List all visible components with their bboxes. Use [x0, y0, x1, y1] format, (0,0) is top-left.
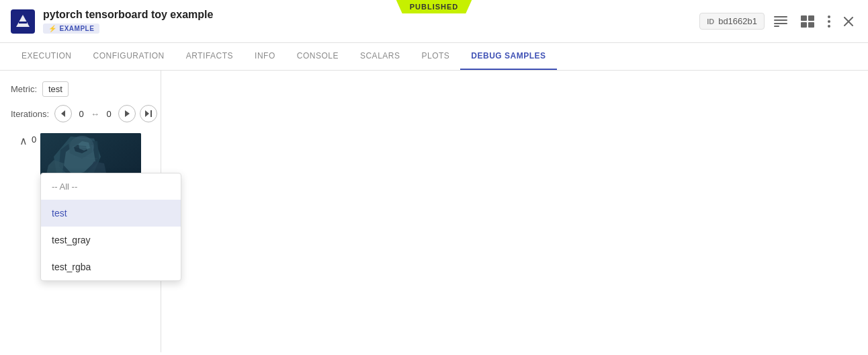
- app-title: pytorch tensorboard toy example: [43, 9, 699, 21]
- id-label: ID: [707, 17, 714, 26]
- iter-skip-button[interactable]: [140, 105, 157, 122]
- svg-point-11: [828, 20, 830, 23]
- svg-rect-5: [774, 26, 779, 27]
- list-view-button[interactable]: [770, 12, 791, 31]
- tab-debug-samples[interactable]: DEBUG SAMPLES: [460, 43, 556, 70]
- example-badge: EXAMPLE: [43, 24, 99, 34]
- tab-console[interactable]: CONSOLE: [286, 43, 349, 70]
- tab-configuration[interactable]: CONFIGURATION: [83, 43, 175, 70]
- tab-plots[interactable]: PLOTS: [410, 43, 460, 70]
- dropdown-item-all[interactable]: -- All --: [41, 173, 181, 200]
- svg-point-10: [828, 15, 830, 18]
- tab-artifacts[interactable]: ARTIFACTS: [175, 43, 244, 70]
- svg-rect-4: [774, 23, 787, 24]
- image-view-button[interactable]: [797, 11, 818, 32]
- svg-rect-3: [774, 19, 787, 21]
- id-badge[interactable]: ID bd1662b1: [699, 13, 765, 30]
- metric-label: Metric:: [11, 84, 37, 94]
- sample-number: 0: [32, 134, 36, 145]
- iter-end-value: 0: [103, 109, 114, 119]
- svg-marker-17: [145, 110, 149, 117]
- svg-rect-1: [19, 22, 27, 24]
- svg-rect-7: [808, 15, 814, 21]
- main-content: Metric: test Iterations: 0 ↔ 0: [0, 71, 868, 352]
- more-menu-button[interactable]: [824, 11, 834, 32]
- iter-start-value: 0: [76, 109, 87, 119]
- svg-point-12: [828, 25, 830, 28]
- right-panel: [161, 71, 868, 352]
- dropdown-item-test-gray[interactable]: test_gray: [41, 227, 181, 253]
- svg-marker-16: [125, 110, 130, 117]
- iter-controls: 0 ↔ 0: [54, 105, 157, 122]
- tab-info[interactable]: INFO: [244, 43, 286, 70]
- iter-play-button[interactable]: [118, 105, 136, 122]
- svg-rect-18: [150, 110, 152, 117]
- iter-separator: ↔: [91, 109, 99, 119]
- app-logo: [11, 9, 35, 34]
- close-button[interactable]: [840, 13, 857, 30]
- title-area: pytorch tensorboard toy example EXAMPLE: [43, 9, 699, 34]
- tab-execution[interactable]: EXECUTION: [11, 43, 83, 70]
- id-value: bd1662b1: [718, 16, 757, 26]
- svg-rect-2: [774, 16, 787, 17]
- header-actions: ID bd1662b1: [699, 11, 857, 32]
- svg-rect-6: [801, 15, 807, 21]
- chevron-up-icon[interactable]: ∧: [19, 134, 28, 147]
- metric-row: Metric: test: [11, 81, 150, 97]
- tab-scalars[interactable]: SCALARS: [349, 43, 411, 70]
- svg-rect-9: [808, 22, 814, 28]
- iter-prev-button[interactable]: [54, 105, 72, 122]
- iterations-label: Iterations:: [11, 109, 49, 119]
- dropdown-item-test[interactable]: test: [41, 200, 181, 227]
- nav-tabs: EXECUTION CONFIGURATION ARTIFACTS INFO C…: [0, 43, 868, 71]
- metric-dropdown: -- All -- test test_gray test_rgba: [40, 173, 181, 281]
- svg-rect-8: [801, 22, 807, 28]
- dropdown-item-test-rgba[interactable]: test_rgba: [41, 253, 181, 280]
- iterations-row: Iterations: 0 ↔ 0: [11, 105, 150, 122]
- published-banner: PUBLISHED: [396, 0, 472, 13]
- metric-selector[interactable]: test: [42, 81, 69, 97]
- svg-marker-15: [61, 110, 65, 117]
